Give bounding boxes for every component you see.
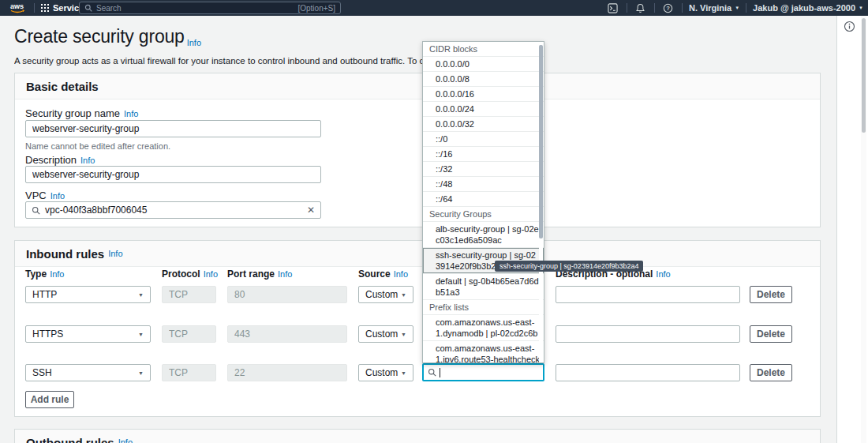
vpc-info-link[interactable]: Info	[51, 191, 65, 201]
column-header-type: TypeInfo	[25, 268, 64, 280]
nav-divider	[34, 3, 35, 13]
page-description: A security group acts as a virtual firew…	[14, 56, 422, 66]
source-options-listbox: CIDR blocks 0.0.0.0/0 0.0.0.0/8 0.0.0.0/…	[422, 41, 544, 363]
search-icon	[428, 368, 436, 377]
search-icon	[32, 206, 40, 215]
rule-source-type-select[interactable]: Custom▼	[358, 286, 413, 303]
chevron-down-icon: ▼	[401, 292, 406, 298]
account-menu[interactable]: Jakub @ jakub-aws-2000 ▼	[753, 3, 863, 13]
source-search-combobox[interactable]	[422, 363, 544, 381]
security-group-name-input[interactable]	[25, 120, 321, 137]
chevron-down-icon: ▼	[859, 6, 863, 10]
delete-rule-button[interactable]: Delete	[750, 286, 792, 303]
chevron-down-icon: ▼	[138, 332, 144, 337]
rule-port-field	[227, 325, 347, 343]
page-title-info-link[interactable]: Info	[187, 38, 201, 47]
security-group-name-label: Security group name Info	[25, 107, 138, 119]
inbound-rules-info-link[interactable]: Info	[108, 249, 122, 258]
rule-protocol-field	[162, 325, 216, 343]
rule-type-select[interactable]: SSH▼	[25, 364, 151, 381]
rule-type-select[interactable]: HTTP▼	[25, 286, 151, 303]
rule-description-input[interactable]	[556, 286, 740, 303]
outbound-rules-panel: Outbound rules Info	[14, 429, 821, 443]
description-info-link[interactable]: Info	[80, 156, 95, 165]
option-group-cidr-blocks: CIDR blocks	[423, 42, 544, 57]
add-rule-button[interactable]: Add rule	[25, 391, 74, 408]
description-label: Description Info	[25, 154, 95, 166]
source-option[interactable]: ::/64	[423, 192, 544, 207]
nav-divider	[627, 3, 627, 13]
dropdown-scrollbar[interactable]	[539, 43, 543, 362]
account-label: Jakub @ jakub-aws-2000	[753, 3, 855, 13]
description-input[interactable]	[25, 166, 321, 183]
column-header-source: SourceInfo	[358, 268, 408, 280]
nav-search-input[interactable]	[96, 4, 294, 13]
rule-protocol-field	[162, 286, 216, 303]
description-col-info-link[interactable]: Info	[656, 269, 670, 279]
source-option[interactable]: ::/48	[423, 177, 544, 192]
rule-description-input[interactable]	[556, 364, 740, 381]
aws-logo[interactable]: aws	[7, 2, 28, 14]
option-group-prefix-lists: Prefix lists	[423, 300, 544, 315]
basic-details-heading: Basic details	[26, 80, 99, 93]
chevron-down-icon: ▼	[138, 292, 144, 298]
region-selector[interactable]: N. Virginia ▼	[689, 3, 739, 13]
nav-divider	[682, 3, 683, 13]
vpc-label: VPC Info	[25, 190, 65, 201]
vpc-select-combobox[interactable]: vpc-040f3a8bbf7006045 ✕	[25, 201, 321, 219]
option-group-security-groups: Security Groups	[423, 207, 544, 222]
chevron-down-icon: ▼	[735, 6, 739, 10]
rule-description-input[interactable]	[556, 325, 740, 343]
source-option[interactable]: alb-security-group | sg-02ec03c1ed6a509a…	[423, 222, 544, 248]
source-option[interactable]: 0.0.0.0/24	[423, 102, 544, 117]
help-button[interactable]: ?	[661, 1, 675, 15]
source-option[interactable]: 0.0.0.0/32	[423, 117, 544, 132]
protocol-info-link[interactable]: Info	[204, 269, 218, 279]
source-option[interactable]: ::/16	[423, 147, 544, 162]
rule-type-select[interactable]: HTTPS▼	[25, 325, 151, 343]
chevron-down-icon: ▼	[401, 370, 406, 376]
svg-text:?: ?	[667, 5, 670, 10]
page-title: Create security group	[14, 26, 185, 47]
name-info-link[interactable]: Info	[124, 109, 138, 118]
port-range-info-link[interactable]: Info	[278, 269, 292, 279]
aws-console-page: aws Services	[0, 0, 868, 443]
delete-rule-button[interactable]: Delete	[750, 364, 792, 381]
rule-port-field	[227, 286, 347, 303]
outbound-rules-info-link[interactable]: Info	[118, 437, 133, 443]
source-option[interactable]: com.amazonaws.us-east-1.ipv6.route53-hea…	[423, 341, 544, 363]
basic-details-header: Basic details	[15, 73, 820, 99]
type-info-link[interactable]: Info	[50, 269, 64, 279]
source-option[interactable]: 0.0.0.0/0	[423, 57, 544, 72]
rule-source-type-select[interactable]: Custom▼	[358, 325, 413, 343]
source-option[interactable]: 0.0.0.0/8	[423, 72, 544, 87]
clear-icon[interactable]: ✕	[307, 205, 315, 215]
dropdown-scrollbar-thumb[interactable]	[539, 45, 543, 238]
nav-search-box[interactable]: [Option+S]	[79, 2, 341, 14]
column-header-protocol: ProtocolInfo	[162, 268, 218, 280]
source-option[interactable]: ::/0	[423, 132, 544, 147]
outbound-rules-header: Outbound rules Info	[15, 430, 820, 443]
inbound-rules-heading: Inbound rules	[26, 247, 104, 261]
source-option[interactable]: default | sg-0b4b65ea7d6db51a3	[423, 274, 544, 300]
column-header-port-range: Port rangeInfo	[227, 268, 292, 280]
source-option[interactable]: 0.0.0.0/16	[423, 87, 544, 102]
text-cursor	[440, 368, 440, 377]
search-shortcut-hint: [Option+S]	[297, 4, 335, 13]
page-scrollbar-thumb[interactable]	[862, 18, 866, 133]
grid-icon	[41, 4, 49, 12]
chevron-down-icon: ▼	[138, 370, 144, 376]
source-info-link[interactable]: Info	[394, 269, 408, 279]
notifications-bell-button[interactable]	[634, 1, 648, 15]
source-option[interactable]: ::/32	[423, 162, 544, 177]
rule-source-type-select[interactable]: Custom▼	[358, 364, 413, 381]
delete-rule-button[interactable]: Delete	[750, 325, 792, 343]
outbound-rules-heading: Outbound rules	[26, 436, 114, 443]
info-panel-toggle[interactable]	[844, 21, 855, 32]
source-option[interactable]: com.amazonaws.us-east-1.dynamodb | pl-02…	[423, 315, 544, 341]
nav-divider	[746, 3, 746, 13]
page-scrollbar[interactable]	[861, 16, 866, 443]
cloudshell-button[interactable]	[606, 1, 620, 15]
region-label: N. Virginia	[689, 3, 731, 13]
nav-divider	[654, 3, 655, 13]
